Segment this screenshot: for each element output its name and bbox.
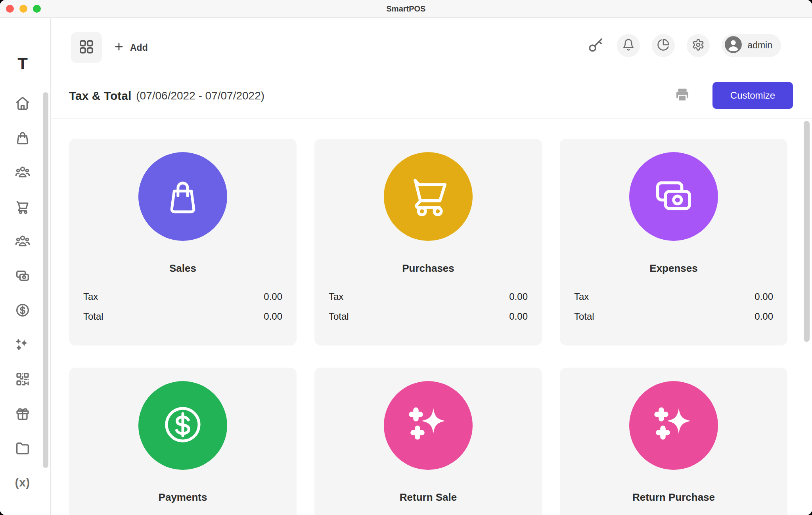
customize-button[interactable]: Customize	[712, 82, 793, 109]
sparkles-icon	[404, 401, 452, 450]
users-icon	[15, 164, 31, 180]
sparkles-icon	[15, 337, 31, 353]
users-icon	[15, 233, 31, 249]
window-title: SmartPOS	[0, 0, 812, 17]
sidebar-item-barcode[interactable]	[15, 371, 31, 387]
print-icon	[674, 86, 691, 105]
gift-icon	[15, 406, 31, 422]
card-title: Return Sale	[314, 491, 542, 504]
cart-icon	[15, 199, 31, 215]
summary-cards-grid: Sales Tax0.00 Total0.00 Purchases Tax0.0…	[69, 139, 812, 515]
page-date-range: (07/06/2022 - 07/07/2022)	[136, 90, 264, 102]
sidebar-item-rewards[interactable]	[15, 406, 31, 422]
sales-circle	[138, 152, 227, 241]
print-button[interactable]	[673, 87, 691, 105]
card-values: Tax0.00 Total0.00	[69, 291, 297, 322]
sidebar-item-purchases[interactable]	[15, 199, 31, 215]
app-window: SmartPOS T	[0, 0, 812, 515]
tax-row: Tax0.00	[574, 291, 773, 302]
sidebar-item-returns[interactable]	[15, 337, 31, 353]
shopping-bag-icon	[162, 175, 203, 218]
notifications-button[interactable]	[617, 34, 640, 57]
total-row: Total0.00	[329, 311, 528, 322]
card-values: Tax0.00 Total0.00	[314, 291, 542, 322]
sidebar: T	[0, 18, 51, 515]
sidebar-item-payments[interactable]	[15, 302, 31, 318]
cart-icon	[405, 172, 452, 221]
cash-icon	[15, 268, 31, 284]
app-logo: T	[0, 54, 45, 73]
grid-icon	[78, 38, 95, 57]
purchases-circle	[384, 152, 473, 241]
card-return-sale[interactable]: Return Sale	[314, 368, 542, 515]
sidebar-scrollbar[interactable]	[43, 92, 48, 468]
card-payments[interactable]: Payments	[69, 368, 297, 515]
cash-icon	[650, 172, 697, 221]
tax-row: Tax0.00	[83, 291, 282, 302]
qr-code-icon	[15, 371, 31, 387]
tax-row: Tax0.00	[329, 291, 528, 302]
user-name: admin	[747, 40, 772, 51]
gear-icon	[692, 38, 705, 53]
card-return-purchase[interactable]: Return Purchase	[560, 368, 787, 515]
variable-icon: (x)	[15, 476, 30, 489]
apps-grid-button[interactable]	[71, 32, 102, 63]
sidebar-item-products[interactable]	[15, 130, 31, 146]
sidebar-nav: (x)	[0, 95, 45, 490]
folder-icon	[15, 440, 31, 456]
dollar-circle-icon	[15, 302, 31, 318]
pie-chart-icon	[657, 38, 670, 53]
page-header: Tax & Total (07/06/2022 - 07/07/2022) Cu…	[51, 73, 812, 118]
card-purchases[interactable]: Purchases Tax0.00 Total0.00	[314, 139, 542, 345]
user-menu-button[interactable]: admin	[722, 34, 781, 57]
plus-icon	[113, 41, 124, 54]
toolbar: Add	[51, 18, 812, 73]
card-title: Return Purchase	[560, 491, 787, 504]
titlebar: SmartPOS	[0, 0, 812, 18]
sidebar-item-suppliers[interactable]	[15, 233, 31, 249]
reports-button[interactable]	[652, 34, 675, 57]
avatar	[724, 36, 742, 55]
card-values: Tax0.00 Total0.00	[560, 291, 787, 322]
sidebar-item-customers[interactable]	[15, 164, 31, 180]
page-title: Tax & Total	[69, 89, 131, 103]
shopping-bag-icon	[15, 130, 31, 146]
add-button-label: Add	[130, 42, 148, 53]
content: Sales Tax0.00 Total0.00 Purchases Tax0.0…	[51, 118, 812, 515]
add-button[interactable]: Add	[113, 32, 148, 63]
sidebar-item-variables[interactable]: (x)	[15, 475, 31, 490]
home-icon	[15, 95, 31, 111]
total-row: Total0.00	[574, 311, 773, 322]
sidebar-item-files[interactable]	[15, 440, 31, 456]
content-scrollbar[interactable]	[804, 121, 810, 342]
key-icon	[587, 36, 605, 55]
settings-button[interactable]	[687, 34, 710, 57]
dollar-circle-icon	[161, 402, 205, 448]
card-sales[interactable]: Sales Tax0.00 Total0.00	[69, 139, 297, 345]
toolbar-right: admin	[587, 18, 781, 73]
card-expenses[interactable]: Expenses Tax0.00 Total0.00	[560, 139, 787, 345]
card-title: Payments	[69, 491, 297, 504]
card-title: Expenses	[560, 262, 787, 275]
sidebar-item-home[interactable]	[15, 95, 31, 111]
total-row: Total0.00	[83, 311, 282, 322]
sidebar-item-expenses[interactable]	[15, 268, 31, 284]
sparkles-icon	[650, 401, 697, 450]
card-title: Purchases	[314, 262, 542, 275]
card-title: Sales	[69, 262, 297, 275]
return-purchase-circle	[629, 381, 718, 470]
api-key-button[interactable]	[587, 36, 605, 55]
bell-icon	[622, 38, 635, 53]
payments-circle	[138, 381, 227, 470]
return-sale-circle	[384, 381, 473, 470]
expenses-circle	[629, 152, 718, 241]
